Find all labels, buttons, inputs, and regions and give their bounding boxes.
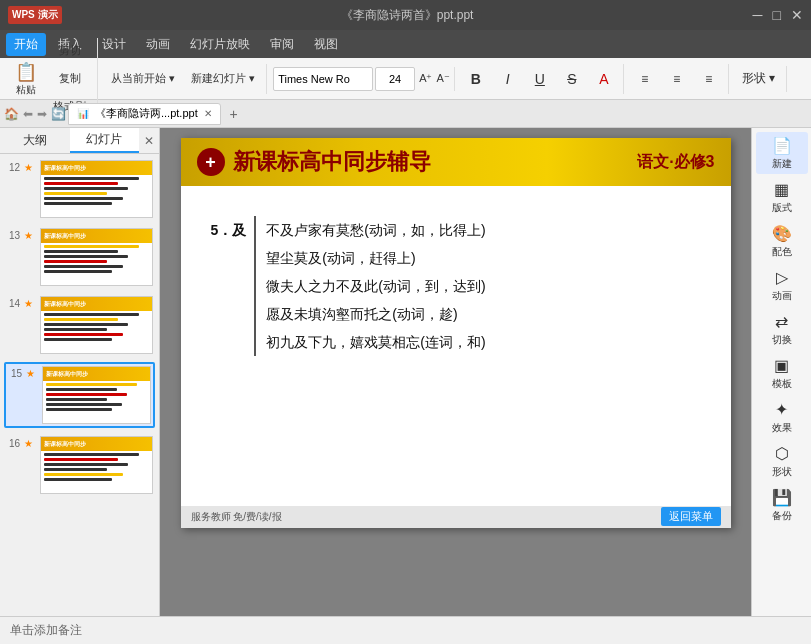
template-button[interactable]: ▣ 模板 [756,352,808,394]
align-left[interactable]: ≡ [630,64,660,94]
slide-line-4: 愿及未填沟壑而托之(动词，趁) [266,300,485,328]
slide-canvas: + 新课标高中同步辅导 语文·必修3 5．及 不及卢家有莫愁(动词，如，比得上)… [181,138,731,528]
font-increase[interactable]: A⁺ [419,72,432,85]
title-center: 《李商隐诗两首》ppt.ppt [62,7,753,24]
slide-thumb-15: 新课标高中同步 [42,366,151,424]
template-icon: ▣ [774,356,789,375]
font-name-input[interactable] [273,67,373,91]
slide-star-15: ★ [26,368,38,379]
slide-item-16[interactable]: 16 ★ 新课标高中同步 [4,434,155,496]
slide-star-16: ★ [24,438,36,449]
font-size-input[interactable] [375,67,415,91]
animation-icon: ▷ [776,268,788,287]
slide-scroll-area: + 新课标高中同步辅导 语文·必修3 5．及 不及卢家有莫愁(动词，如，比得上)… [160,128,751,616]
slide-canvas-area: + 新课标高中同步辅导 语文·必修3 5．及 不及卢家有莫愁(动词，如，比得上)… [160,128,751,616]
menu-slideshow[interactable]: 幻灯片放映 [182,33,258,56]
align-right[interactable]: ≡ [694,64,724,94]
slide-header-plus-icon: + [197,148,225,176]
slides-list: 12 ★ 新课标高中同步 13 ★ [0,154,159,616]
tab-label: 《李商隐诗两...pt.ppt [95,106,198,121]
slide-header-left: + 新课标高中同步辅导 [197,147,431,177]
slide-line-3: 微夫人之力不及此(动词，到，达到) [266,272,485,300]
slide-item-12[interactable]: 12 ★ 新课标高中同步 [4,158,155,220]
font-color-button[interactable]: A [589,64,619,94]
font-group: A⁺ A⁻ [269,67,455,91]
slide-body: 5．及 不及卢家有莫愁(动词，如，比得上) 望尘莫及(动词，赶得上) 微夫人之力… [181,186,731,376]
notes-bar: 单击添加备注 [0,616,811,644]
tab-close-button[interactable]: ✕ [204,108,212,119]
transition-label: 切换 [772,333,792,347]
tab-document[interactable]: 📊 《李商隐诗两...pt.ppt ✕ [68,103,221,125]
menu-design[interactable]: 设计 [94,33,134,56]
maximize-button[interactable]: □ [773,7,781,23]
slides-tab[interactable]: 幻灯片 [70,128,140,153]
title-bar: WPS 演示 《李商隐诗两首》ppt.ppt ─ □ ✕ [0,0,811,30]
slide-num-16: 16 [6,438,20,449]
layout-button[interactable]: ▦ 版式 [756,176,808,218]
shape-icon: ⬡ [775,444,789,463]
transition-icon: ⇄ [775,312,788,331]
new-slide-button[interactable]: 新建幻灯片 ▾ [184,64,262,94]
shape-button[interactable]: 形状 ▾ [735,66,782,92]
effect-button[interactable]: ✦ 效果 [756,396,808,438]
slide-main-title: 新课标高中同步辅导 [233,147,431,177]
tab-bar: 🏠 ⬅ ➡ 🔄 📊 《李商隐诗两...pt.ppt ✕ + [0,100,811,128]
menu-view[interactable]: 视图 [306,33,346,56]
copy-button[interactable]: 复制 [46,66,93,92]
align-center[interactable]: ≡ [662,64,692,94]
start-from-button[interactable]: 从当前开始 ▾ [104,64,182,94]
color-icon: 🎨 [772,224,792,243]
slide-footer: 服务教师 免/费/读/报 返回菜单 [181,506,731,528]
bold-button[interactable]: B [461,64,491,94]
slide-header-right: 语文·必修3 [637,152,714,173]
align-group: ≡ ≡ ≡ [626,64,729,94]
main-area: 大纲 幻灯片 ✕ 12 ★ 新课标高中同步 [0,128,811,616]
animation-button[interactable]: ▷ 动画 [756,264,808,306]
minimize-button[interactable]: ─ [753,7,763,23]
slide-num-15: 15 [8,368,22,379]
menu-bar: 开始 插入 设计 动画 幻灯片放映 审阅 视图 [0,30,811,58]
slide-item-13[interactable]: 13 ★ 新课标高中同步 [4,226,155,288]
bracket-group: 不及卢家有莫愁(动词，如，比得上) 望尘莫及(动词，赶得上) 微夫人之力不及此(… [254,216,485,356]
color-label: 配色 [772,245,792,259]
layout-label: 版式 [772,201,792,215]
underline-button[interactable]: U [525,64,555,94]
slide-thumb-14: 新课标高中同步 [40,296,153,354]
new-label: 新建 [772,157,792,171]
outline-tab[interactable]: 大纲 [0,128,70,153]
backup-icon: 💾 [772,488,792,507]
slide-item-15[interactable]: 15 ★ 新课标高中同步 [4,362,155,428]
menu-review[interactable]: 审阅 [262,33,302,56]
color-button[interactable]: 🎨 配色 [756,220,808,262]
title-bar-right: ─ □ ✕ [753,7,803,23]
effect-label: 效果 [772,421,792,435]
transition-button[interactable]: ⇄ 切换 [756,308,808,350]
slide-star-12: ★ [24,162,36,173]
strikethrough-button[interactable]: S [557,64,587,94]
slide-thumb-12: 新课标高中同步 [40,160,153,218]
cut-button[interactable]: 剪切 [46,38,93,64]
shape-right-button[interactable]: ⬡ 形状 [756,440,808,482]
return-menu-button[interactable]: 返回菜单 [661,507,721,526]
title-bar-left: WPS 演示 [8,6,62,24]
item-number-label: 5．及 [211,216,247,356]
slide-item-14[interactable]: 14 ★ 新课标高中同步 [4,294,155,356]
layout-icon: ▦ [774,180,789,199]
backup-button[interactable]: 💾 备份 [756,484,808,526]
template-label: 模板 [772,377,792,391]
right-panel: 📄 新建 ▦ 版式 🎨 配色 ▷ 动画 ⇄ 切换 ▣ 模板 ✦ 效果 ⬡ 形 [751,128,811,616]
footer-text-left: 服务教师 免/费/读/报 [191,510,282,524]
new-slide-right-button[interactable]: 📄 新建 [756,132,808,174]
slide-thumb-13: 新课标高中同步 [40,228,153,286]
close-button[interactable]: ✕ [791,7,803,23]
panel-tabs: 大纲 幻灯片 ✕ [0,128,159,154]
shape-group: 形状 ▾ [731,66,787,92]
paste-button[interactable]: 📋 粘贴 [8,66,44,92]
italic-button[interactable]: I [493,64,523,94]
tab-add-button[interactable]: + [223,103,245,125]
slide-num-13: 13 [6,230,20,241]
font-decrease[interactable]: A⁻ [436,72,449,85]
panel-close-button[interactable]: ✕ [139,128,159,153]
slide-footer-bar: 服务教师 免/费/读/报 [181,506,731,528]
menu-animation[interactable]: 动画 [138,33,178,56]
